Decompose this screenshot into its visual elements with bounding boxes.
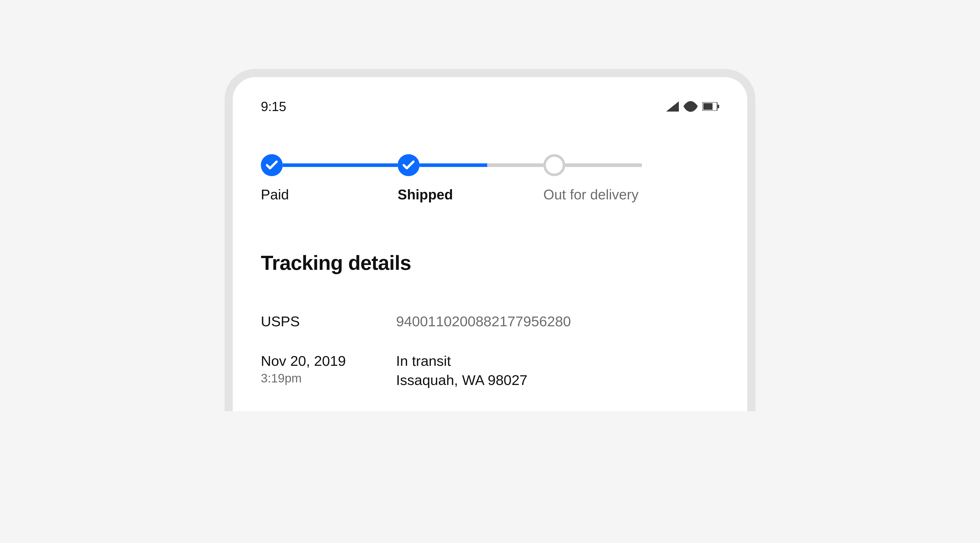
battery-icon <box>702 102 719 111</box>
status-bar: 9:15 <box>261 95 719 118</box>
svg-rect-2 <box>718 105 719 108</box>
tracking-details-heading: Tracking details <box>261 251 719 275</box>
svg-rect-1 <box>703 103 713 110</box>
step-connector <box>565 163 642 167</box>
step-shipped-node <box>398 154 420 176</box>
tracking-event-date: Nov 20, 2019 <box>261 353 396 369</box>
step-paid-label: Paid <box>261 186 289 203</box>
tracking-event-row: Nov 20, 2019 3:19pm In transit Issaquah,… <box>261 353 719 388</box>
step-shipped: Shipped <box>398 154 543 203</box>
tracking-number[interactable]: 9400110200882177956280 <box>396 313 571 330</box>
step-shipped-label: Shipped <box>398 186 453 203</box>
check-icon <box>403 161 414 170</box>
tracking-event-status: In transit <box>396 353 528 369</box>
step-out-for-delivery: Out for delivery <box>543 154 642 203</box>
tracking-carrier: USPS <box>261 313 396 330</box>
check-icon <box>266 161 278 170</box>
progress-stepper: Paid Shipped <box>261 154 719 203</box>
status-time: 9:15 <box>261 99 286 114</box>
tracking-event-time: 3:19pm <box>261 371 396 385</box>
step-paid-node <box>261 154 283 176</box>
status-icons <box>666 101 719 112</box>
step-connector <box>487 163 543 167</box>
tracking-event-location: Issaquah, WA 98027 <box>396 372 528 388</box>
step-out-for-delivery-node <box>543 154 565 176</box>
step-connector <box>420 163 487 167</box>
phone-frame: 9:15 <box>224 69 756 411</box>
wifi-icon <box>683 101 698 112</box>
step-paid: Paid <box>261 154 398 203</box>
step-connector <box>283 163 398 167</box>
cellular-icon <box>666 101 679 111</box>
tracking-carrier-row: USPS 9400110200882177956280 <box>261 313 719 330</box>
step-out-for-delivery-label: Out for delivery <box>543 186 638 203</box>
